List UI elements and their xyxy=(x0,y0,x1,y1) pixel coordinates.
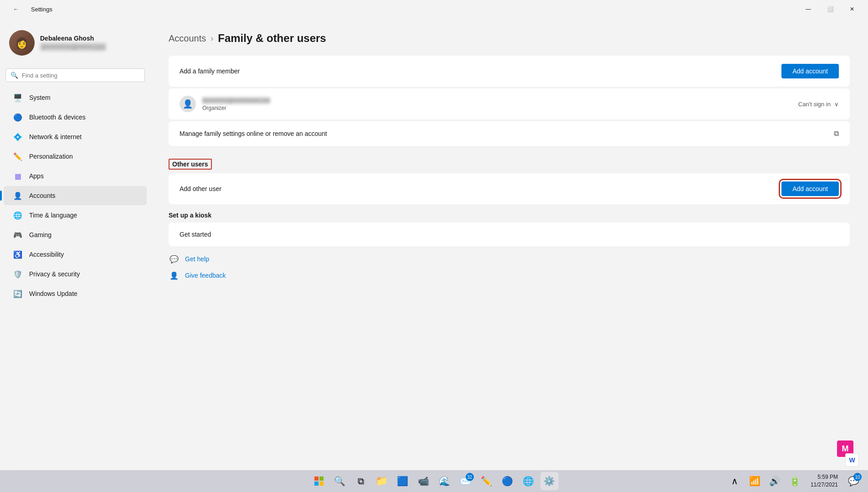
notification-button-wrap[interactable]: 💬 10 xyxy=(844,472,863,490)
browser2-icon: 🌐 xyxy=(523,476,534,487)
sidebar-label-network: Network & internet xyxy=(29,133,82,140)
add-family-account-button[interactable]: Add account xyxy=(781,64,839,78)
help-links: 💬 Get help 👤 Give feedback xyxy=(169,254,850,281)
kiosk-title: Set up a kiosk xyxy=(169,212,850,219)
manage-family-row[interactable]: Manage family settings online or remove … xyxy=(169,121,850,146)
sidebar-label-privacy: Privacy & security xyxy=(29,270,80,278)
sidebar-label-system: System xyxy=(29,94,51,101)
sidebar-label-apps: Apps xyxy=(29,172,44,180)
taskbar-right: ∧ 📶 🔊 🔋 5:59 PM 11/27/2021 💬 10 xyxy=(726,471,863,491)
dev-app-icon: ✏️ xyxy=(481,476,492,487)
wifi-button[interactable]: 📶 xyxy=(746,472,764,490)
sidebar-item-apps[interactable]: ▦ Apps xyxy=(4,166,147,186)
clock-time: 5:59 PM xyxy=(811,473,838,481)
organizer-row: 👤 N••••••••••@•••••••••••••.•••• Organiz… xyxy=(169,88,850,119)
search-input[interactable] xyxy=(22,72,140,79)
mail-button-wrap[interactable]: ✉️ 32 xyxy=(457,472,475,490)
edge-button[interactable]: 🌊 xyxy=(436,472,454,490)
svg-rect-0 xyxy=(314,476,318,481)
task-view-button[interactable]: ⧉ xyxy=(352,472,370,490)
close-button[interactable]: ✕ xyxy=(842,2,863,16)
chrome-button[interactable]: 🔵 xyxy=(498,472,517,490)
sidebar-nav: 🖥️ System 🔵 Bluetooth & devices 💠 Networ… xyxy=(0,88,150,304)
search-box[interactable]: 🔍 xyxy=(5,68,145,82)
titlebar: ← Settings — ⬜ ✕ xyxy=(0,0,868,18)
clock[interactable]: 5:59 PM 11/27/2021 xyxy=(807,471,842,491)
sidebar-item-bluetooth[interactable]: 🔵 Bluetooth & devices xyxy=(4,108,147,127)
sidebar-label-accounts: Accounts xyxy=(29,192,56,199)
sidebar-label-time: Time & language xyxy=(29,212,77,219)
chrome-icon: 🔵 xyxy=(502,476,513,487)
apps-icon: ▦ xyxy=(13,171,23,181)
external-link-icon: ⧉ xyxy=(834,129,839,138)
window-controls: — ⬜ ✕ xyxy=(798,2,863,16)
browser2-button[interactable]: 🌐 xyxy=(519,472,538,490)
taskbar-search-button[interactable]: 🔍 xyxy=(331,472,349,490)
task-view-icon: ⧉ xyxy=(358,476,364,487)
taskbar: 🔍 ⧉ 📁 🟦 📹 🌊 ✉️ 32 ✏️ xyxy=(0,470,868,492)
avatar-image: 👩 xyxy=(9,30,35,56)
user-name: Debaleena Ghosh xyxy=(40,35,106,42)
ms-store-button[interactable]: 🟦 xyxy=(394,472,412,490)
user-profile[interactable]: 👩 Debaleena Ghosh d••••••••••••••@••••••… xyxy=(0,23,150,63)
sidebar-item-update[interactable]: 🔄 Windows Update xyxy=(4,284,147,303)
sidebar-item-gaming[interactable]: 🎮 Gaming xyxy=(4,225,147,244)
sidebar-item-accounts[interactable]: 👤 Accounts xyxy=(4,186,147,205)
organizer-right[interactable]: Can't sign in ∨ xyxy=(798,101,839,108)
bluetooth-icon: 🔵 xyxy=(13,112,23,122)
edge-icon: 🌊 xyxy=(439,476,450,487)
other-users-section: Other users Add other user Add account xyxy=(169,153,850,204)
sidebar-item-accessibility[interactable]: ♿ Accessibility xyxy=(4,245,147,264)
add-other-user-button[interactable]: Add account xyxy=(781,181,839,196)
sidebar-item-system[interactable]: 🖥️ System xyxy=(4,88,147,107)
gaming-icon: 🎮 xyxy=(13,230,23,240)
battery-icon: 🔋 xyxy=(789,476,801,487)
time-icon: 🌐 xyxy=(13,210,23,220)
user-info: Debaleena Ghosh d••••••••••••••@••••••••… xyxy=(40,35,106,51)
kiosk-row: Get started xyxy=(169,223,850,246)
sidebar-label-update: Windows Update xyxy=(29,290,77,297)
taskbar-search-icon: 🔍 xyxy=(334,476,345,487)
organizer-left: 👤 N••••••••••@•••••••••••••.•••• Organiz… xyxy=(180,96,270,112)
breadcrumb: Accounts › Family & other users xyxy=(169,32,850,45)
sidebar-label-accessibility: Accessibility xyxy=(29,251,64,258)
sound-icon: 🔊 xyxy=(769,476,781,487)
kiosk-get-started-label: Get started xyxy=(180,231,211,238)
get-help-icon: 💬 xyxy=(169,254,180,264)
sidebar-item-time[interactable]: 🌐 Time & language xyxy=(4,206,147,225)
sidebar-label-gaming: Gaming xyxy=(29,231,51,238)
get-help-label: Get help xyxy=(185,255,209,263)
start-button[interactable] xyxy=(310,472,328,490)
sidebar-label-bluetooth: Bluetooth & devices xyxy=(29,114,86,121)
sound-button[interactable]: 🔊 xyxy=(766,472,784,490)
notification-badge: 10 xyxy=(853,473,862,481)
chevron-icon: ∧ xyxy=(731,476,738,487)
maximize-button[interactable]: ⬜ xyxy=(820,2,841,16)
minimize-button[interactable]: — xyxy=(798,2,819,16)
teams-button[interactable]: 📹 xyxy=(415,472,433,490)
manage-family-label: Manage family settings online or remove … xyxy=(180,130,327,137)
organizer-avatar: 👤 xyxy=(180,96,196,112)
sys-tray: ∧ 📶 🔊 🔋 xyxy=(726,472,804,490)
settings-taskbar-icon: ⚙️ xyxy=(544,476,555,487)
other-users-title: Other users xyxy=(169,159,212,170)
breadcrumb-current: Family & other users xyxy=(218,32,326,45)
give-feedback-link[interactable]: 👤 Give feedback xyxy=(169,270,850,281)
dev-app-button[interactable]: ✏️ xyxy=(478,472,496,490)
system-icon: 🖥️ xyxy=(13,93,23,103)
sidebar-item-privacy[interactable]: 🛡️ Privacy & security xyxy=(4,264,147,284)
svg-rect-1 xyxy=(319,476,324,481)
sidebar-item-personalization[interactable]: ✏️ Personalization xyxy=(4,147,147,166)
back-button[interactable]: ← xyxy=(5,2,26,16)
svg-rect-2 xyxy=(314,482,318,486)
systray-chevron[interactable]: ∧ xyxy=(726,472,744,490)
settings-taskbar-button[interactable]: ⚙️ xyxy=(540,472,559,490)
battery-button[interactable]: 🔋 xyxy=(786,472,804,490)
give-feedback-label: Give feedback xyxy=(185,272,226,279)
mail-badge: 32 xyxy=(466,473,474,481)
file-explorer-button[interactable]: 📁 xyxy=(373,472,391,490)
sidebar-item-network[interactable]: 💠 Network & internet xyxy=(4,127,147,146)
add-family-label: Add a family member xyxy=(180,67,240,75)
get-help-link[interactable]: 💬 Get help xyxy=(169,254,850,264)
breadcrumb-parent[interactable]: Accounts xyxy=(169,33,206,44)
